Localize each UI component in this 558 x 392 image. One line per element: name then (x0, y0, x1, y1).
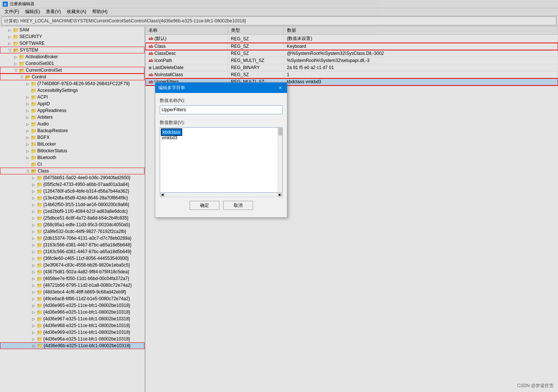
tree-expander-activationbroker[interactable]: ▷ (13, 54, 19, 60)
tree-item-acpi[interactable]: ▷ 📁 ACPI (0, 94, 144, 100)
tree-item-guid-1ed2[interactable]: ▷ 📁 {1ed2bbf9-11f0-4084-b21f-ad83a8e6dcd… (0, 208, 144, 215)
tree-item-controlset001[interactable]: ▷ 📁 ControlSet001 (0, 60, 144, 67)
tree-expander-48d3[interactable]: ▷ (31, 289, 37, 295)
tree-item-security[interactable]: ▷ 📁 SECURITY (0, 33, 144, 40)
tree-item-guid-4872[interactable]: ▷ 📁 {48721b56-6795-11d2-b1a8-0080c72e74a… (0, 282, 144, 289)
tree-expander-05f5[interactable]: ▷ (31, 181, 37, 187)
tree-expander-49ce[interactable]: ▷ (31, 296, 37, 302)
tree-expander-backuprestore[interactable]: ▷ (25, 128, 31, 134)
tree-expander-bitlockerstatus[interactable]: ▷ (25, 148, 31, 154)
tree-item-guid1[interactable]: ▷ 📁 {7746D80F-97E0-4E26-9543-26B41FC22F7… (0, 80, 144, 87)
tree-item-activationbroker[interactable]: ▷ 📁 ActivationBroker (0, 53, 144, 60)
col-header-name[interactable]: 名称 (146, 27, 228, 35)
tree-expander-guid1[interactable]: ▷ (25, 81, 31, 87)
tree-expander-system[interactable]: ▽ (7, 47, 13, 53)
tree-item-bgfx[interactable]: ▷ 📁 BGFX (0, 134, 144, 141)
menu-favorites[interactable]: 收藏夹(A) (64, 9, 89, 15)
tree-expander-class[interactable]: ▽ (25, 168, 31, 174)
tree-expander-2db1[interactable]: ▷ (31, 235, 37, 241)
dialog-ok-button[interactable]: 确定 (190, 201, 219, 210)
table-row[interactable]: abClassDesc REG_SZ @%SystemRoot%\System3… (146, 50, 558, 57)
dialog-close-button[interactable]: × (277, 84, 284, 91)
horiz-scroll-right[interactable]: ▶ (278, 192, 282, 197)
tree-expander-4d36e969[interactable]: ▷ (31, 329, 37, 335)
tree-item-guid-36fc[interactable]: ▷ 📁 {36fc9e60-c465-11cf-8056-44455354000… (0, 255, 144, 262)
tree-expander-4658[interactable]: ▷ (31, 276, 37, 281)
tree-expander-currentcontrolset[interactable]: ▽ (13, 67, 19, 73)
col-header-type[interactable]: 类型 (228, 27, 284, 35)
tree-expander-appreadiness[interactable]: ▷ (25, 108, 31, 113)
tree-item-guid-268c[interactable]: ▷ 📁 {268c95a1-edfe-11d3-95c3-0010dc4050a… (0, 221, 144, 228)
tree-item-currentcontrolset[interactable]: ▽ 📂 CurrentControlSet (0, 67, 144, 74)
tree-item-bitlocker[interactable]: ▷ 📁 BitLocker (0, 141, 144, 147)
tree-item-bluetooth[interactable]: ▷ 📁 Bluetooth (0, 154, 144, 161)
tree-item-guid-4d36e968[interactable]: ▷ 📁 {4d36e968-e325-11ce-bfc1-08002be1031… (0, 322, 144, 329)
tree-item-guid-2a9f[interactable]: ▷ 📁 {2a9fe532-0cdc-44f9-9827-76192f2ca2f… (0, 228, 144, 235)
tree-item-appreadiness[interactable]: ▷ 📁 AppReadiness (0, 107, 144, 114)
tree-item-ci[interactable]: ▷ 📁 CI (0, 161, 144, 168)
tree-expander-4d36e96b[interactable]: ▷ (31, 343, 37, 349)
tree-item-guid-25db[interactable]: ▷ 📁 {25dbce51-6c8f-4a72-8a6d-b54c2b4fc83… (0, 215, 144, 221)
tree-expander-3e3f[interactable]: ▷ (31, 262, 37, 268)
tree-item-guid-3163b[interactable]: ▷ 📁 {3163c566-d381-4467-87bc-a65a18d5b64… (0, 248, 144, 255)
tree-item-backuprestore[interactable]: ▷ 📁 BackupRestore (0, 127, 144, 134)
value-name-input[interactable] (160, 105, 283, 114)
tree-expander-control[interactable]: ▽ (19, 74, 25, 80)
col-header-data[interactable]: 数据 (284, 27, 558, 35)
tree-item-guid-4367[interactable]: ▷ 📁 {43675d81-502a-4a82-9f84-b75f418c5de… (0, 268, 144, 275)
tree-expander-0475[interactable]: ▷ (31, 175, 37, 181)
tree-item-guid-3163a[interactable]: ▷ 📁 {3163c566-d381-4467-87bc-a65a18d5b64… (0, 242, 144, 248)
menu-edit[interactable]: 编辑(E) (22, 9, 43, 15)
edit-string-dialog[interactable]: 编辑多字符串 × 数值名称(N): 数值数据(V): kbdclass vmkb… (155, 82, 287, 218)
menu-file[interactable]: 文件(F) (1, 9, 22, 15)
tree-expander-acpi[interactable]: ▷ (25, 94, 31, 100)
dialog-cancel-button[interactable]: 取消 (223, 201, 253, 210)
tree-item-guid-4d36e967[interactable]: ▷ 📁 {4d36e967-e325-11ce-bfc1-08002be1031… (0, 315, 144, 322)
dialog-scrollbar[interactable] (278, 128, 282, 192)
tree-item-audio[interactable]: ▷ 📁 Audio (0, 121, 144, 127)
table-row[interactable]: abIconPath REG_MULTI_SZ %SystemRoot%\Sys… (146, 57, 558, 64)
textarea-content[interactable]: kbdclass vmkbd3 (160, 128, 282, 142)
tree-expander-4d36e96a[interactable]: ▷ (31, 336, 37, 342)
tree-expander-13e4[interactable]: ▷ (31, 195, 37, 201)
tree-expander-4d36e966[interactable]: ▷ (31, 309, 37, 315)
tree-item-guid-48d3[interactable]: ▷ 📁 {48d3ebc4-4cf8-48ff-b869-9c68ad42eb9… (0, 289, 144, 295)
tree-item-guid-4658[interactable]: ▷ 📁 {4658ee7e-f050-11d1-b6bd-00c04fa372a… (0, 275, 144, 282)
tree-expander-2a9f[interactable]: ▷ (31, 228, 37, 234)
tree-item-system[interactable]: ▽ 📂 SYSTEM (0, 47, 144, 53)
tree-expander-3163a[interactable]: ▷ (31, 242, 37, 248)
tree-expander-appid[interactable]: ▷ (25, 101, 31, 107)
tree-expander-14b6[interactable]: ▷ (31, 202, 37, 208)
horiz-scrollbar[interactable]: ◀ ▶ (160, 193, 283, 197)
tree-expander-security[interactable]: ▷ (7, 34, 13, 40)
tree-expander-software[interactable]: ▷ (7, 40, 13, 46)
tree-expander-audio[interactable]: ▷ (25, 121, 31, 127)
tree-item-guid-3e3f[interactable]: ▷ 📁 {3e3f0674-c83c-4558-bb26-9820e1eba5c… (0, 262, 144, 268)
tree-item-software[interactable]: ▷ 📁 SOFTWARE (0, 40, 144, 47)
tree-item-bitlockerstatus[interactable]: ▷ 📁 BitlockerStatus (0, 147, 144, 154)
tree-item-guid-4d36e966[interactable]: ▷ 📁 {4d36e966-e325-11ce-bfc1-08002be1031… (0, 309, 144, 315)
tree-item-guid-2db1[interactable]: ▷ 📁 {2db15374-706e-4131-a0c7-d7c78eb0289… (0, 235, 144, 242)
tree-expander-3163b[interactable]: ▷ (31, 249, 37, 255)
tree-expander-268c[interactable]: ▷ (31, 222, 37, 228)
tree-item-guid-4d36e965[interactable]: ▷ 📁 {4d36e965-e325-11ce-bfc1-08002be1031… (0, 302, 144, 309)
tree-expander-sam[interactable]: ▷ (7, 27, 13, 33)
menu-help[interactable]: 帮助(H) (89, 9, 110, 15)
tree-item-guid-4d36e969[interactable]: ▷ 📁 {4d36e969-e325-11ce-bfc1-08002be1031… (0, 329, 144, 336)
tree-item-accessibilitysettings[interactable]: ▷ 📁 AccessibilitySettings (0, 87, 144, 94)
address-value[interactable]: HKEY_LOCAL_MACHINE\SYSTEM\CurrentControl… (20, 18, 246, 24)
tree-expander-4d36e967[interactable]: ▷ (31, 316, 37, 322)
horiz-scroll-left[interactable]: ◀ (160, 192, 165, 197)
tree-expander-bluetooth[interactable]: ▷ (25, 155, 31, 161)
tree-expander-4872[interactable]: ▷ (31, 282, 37, 288)
tree-item-guid-13e4[interactable]: ▷ 📁 {13e42dfa-85d9-424d-8646-28a70f864f9… (0, 195, 144, 201)
table-row[interactable]: abClass REG_SZ Keyboard (146, 43, 558, 50)
tree-expander-1ed2[interactable]: ▷ (31, 208, 37, 214)
table-row[interactable]: ⊞LastDeleteDate REG_BINARY 2a 91 f5 e0 a… (146, 64, 558, 71)
tree-item-guid-1264[interactable]: ▷ 📁 {1264760f-a5c8-4bfe-b314-d56a7b44a36… (0, 188, 144, 195)
tree-item-class[interactable]: ▽ 📂 Class (0, 168, 144, 174)
tree-expander-arbiters[interactable]: ▷ (25, 114, 31, 120)
menu-view[interactable]: 查看(V) (43, 9, 64, 15)
tree-expander-4367[interactable]: ▷ (31, 269, 37, 275)
tree-item-arbiters[interactable]: ▷ 📁 Arbiters (0, 114, 144, 121)
